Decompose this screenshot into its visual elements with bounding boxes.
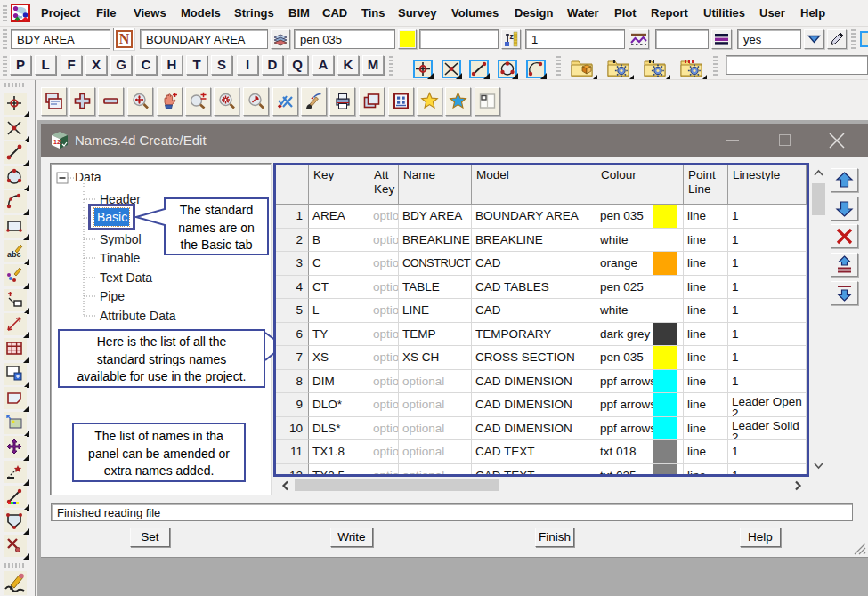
svg-text:abc: abc <box>7 250 21 259</box>
svg-text:12: 12 <box>53 139 61 145</box>
